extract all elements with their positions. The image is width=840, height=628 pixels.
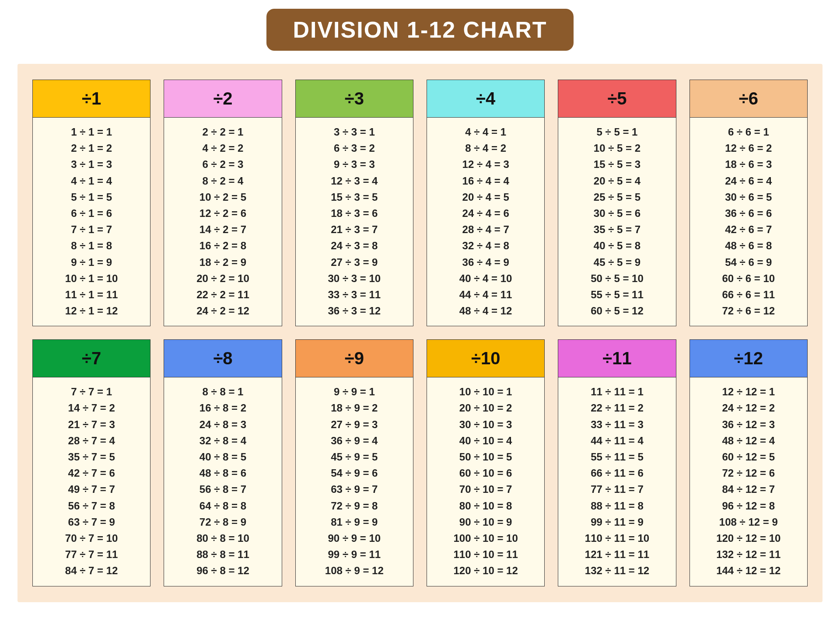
division-card-4: ÷44 ÷ 4 = 18 ÷ 4 = 212 ÷ 4 = 316 ÷ 4 = 4… <box>427 80 545 326</box>
division-equation: 32 ÷ 8 = 4 <box>164 433 281 449</box>
division-card-5: ÷55 ÷ 5 = 110 ÷ 5 = 215 ÷ 5 = 320 ÷ 5 = … <box>558 80 676 326</box>
division-equation: 132 ÷ 12 = 11 <box>690 546 807 562</box>
division-equation: 45 ÷ 9 = 5 <box>296 449 413 465</box>
division-equation: 11 ÷ 11 = 1 <box>558 384 676 400</box>
division-equation: 11 ÷ 1 = 11 <box>33 286 150 303</box>
division-equation: 16 ÷ 2 = 8 <box>164 237 281 254</box>
division-card-header: ÷8 <box>164 340 281 377</box>
chart-grid: ÷11 ÷ 1 = 12 ÷ 1 = 23 ÷ 1 = 34 ÷ 1 = 45 … <box>32 80 808 586</box>
division-equation: 22 ÷ 11 = 2 <box>558 400 676 416</box>
division-equation: 72 ÷ 9 = 8 <box>296 498 413 514</box>
division-equation: 27 ÷ 9 = 3 <box>296 416 413 433</box>
division-equation: 12 ÷ 2 = 6 <box>164 205 281 221</box>
division-card-8: ÷88 ÷ 8 = 116 ÷ 8 = 224 ÷ 8 = 332 ÷ 8 = … <box>164 339 282 586</box>
division-equation: 18 ÷ 3 = 6 <box>296 205 413 221</box>
division-equation: 16 ÷ 8 = 2 <box>164 400 281 416</box>
division-equation: 20 ÷ 2 = 10 <box>164 270 281 286</box>
division-equation: 8 ÷ 8 = 1 <box>164 384 281 400</box>
division-card-body: 11 ÷ 11 = 122 ÷ 11 = 233 ÷ 11 = 344 ÷ 11… <box>558 377 676 586</box>
division-equation: 54 ÷ 6 = 9 <box>690 254 807 270</box>
division-equation: 77 ÷ 11 = 7 <box>558 481 676 497</box>
division-equation: 40 ÷ 5 = 8 <box>558 237 676 254</box>
division-equation: 110 ÷ 11 = 10 <box>558 530 676 546</box>
division-equation: 22 ÷ 2 = 11 <box>164 286 281 303</box>
division-equation: 14 ÷ 2 = 7 <box>164 221 281 237</box>
division-card-11: ÷1111 ÷ 11 = 122 ÷ 11 = 233 ÷ 11 = 344 ÷… <box>558 339 676 586</box>
division-equation: 1 ÷ 1 = 1 <box>33 124 150 140</box>
division-equation: 24 ÷ 3 = 8 <box>296 237 413 254</box>
division-card-header: ÷1 <box>33 80 150 118</box>
division-equation: 20 ÷ 4 = 5 <box>427 189 544 205</box>
division-equation: 42 ÷ 6 = 7 <box>690 221 807 237</box>
division-equation: 33 ÷ 3 = 11 <box>296 286 413 303</box>
division-equation: 30 ÷ 3 = 10 <box>296 270 413 286</box>
division-equation: 4 ÷ 4 = 1 <box>427 124 544 140</box>
division-equation: 81 ÷ 9 = 9 <box>296 514 413 530</box>
division-equation: 36 ÷ 3 = 12 <box>296 303 413 319</box>
division-card-body: 7 ÷ 7 = 114 ÷ 7 = 221 ÷ 7 = 328 ÷ 7 = 43… <box>33 377 150 586</box>
division-card-body: 1 ÷ 1 = 12 ÷ 1 = 23 ÷ 1 = 34 ÷ 1 = 45 ÷ … <box>33 118 150 326</box>
division-equation: 99 ÷ 11 = 9 <box>558 514 676 530</box>
division-card-header: ÷7 <box>33 340 150 377</box>
division-equation: 9 ÷ 3 = 3 <box>296 156 413 172</box>
division-equation: 80 ÷ 8 = 10 <box>164 530 281 546</box>
division-card-header: ÷5 <box>558 80 676 118</box>
division-equation: 12 ÷ 3 = 4 <box>296 173 413 189</box>
division-card-header: ÷12 <box>690 340 807 377</box>
division-equation: 36 ÷ 9 = 4 <box>296 433 413 449</box>
division-equation: 24 ÷ 2 = 12 <box>164 303 281 319</box>
division-equation: 42 ÷ 7 = 6 <box>33 465 150 481</box>
division-equation: 36 ÷ 4 = 9 <box>427 254 544 270</box>
division-card-body: 10 ÷ 10 = 120 ÷ 10 = 230 ÷ 10 = 340 ÷ 10… <box>427 377 544 586</box>
division-equation: 6 ÷ 3 = 2 <box>296 140 413 156</box>
division-equation: 60 ÷ 5 = 12 <box>558 303 676 319</box>
division-equation: 72 ÷ 12 = 6 <box>690 465 807 481</box>
division-equation: 5 ÷ 1 = 5 <box>33 189 150 205</box>
division-equation: 12 ÷ 6 = 2 <box>690 140 807 156</box>
division-equation: 28 ÷ 4 = 7 <box>427 221 544 237</box>
division-equation: 20 ÷ 5 = 4 <box>558 173 676 189</box>
division-equation: 88 ÷ 11 = 8 <box>558 498 676 514</box>
division-card-header: ÷9 <box>296 340 413 377</box>
division-equation: 120 ÷ 12 = 10 <box>690 530 807 546</box>
division-equation: 16 ÷ 4 = 4 <box>427 173 544 189</box>
division-equation: 49 ÷ 7 = 7 <box>33 481 150 497</box>
division-equation: 18 ÷ 2 = 9 <box>164 254 281 270</box>
division-equation: 70 ÷ 10 = 7 <box>427 481 544 497</box>
chart-title: DIVISION 1-12 CHART <box>266 9 573 51</box>
division-equation: 10 ÷ 10 = 1 <box>427 384 544 400</box>
division-equation: 48 ÷ 6 = 8 <box>690 237 807 254</box>
division-equation: 4 ÷ 1 = 4 <box>33 173 150 189</box>
division-equation: 20 ÷ 10 = 2 <box>427 400 544 416</box>
division-equation: 25 ÷ 5 = 5 <box>558 189 676 205</box>
division-equation: 56 ÷ 7 = 8 <box>33 498 150 514</box>
division-equation: 90 ÷ 10 = 9 <box>427 514 544 530</box>
division-equation: 99 ÷ 9 = 11 <box>296 546 413 562</box>
division-equation: 48 ÷ 4 = 12 <box>427 303 544 319</box>
division-card-body: 9 ÷ 9 = 118 ÷ 9 = 227 ÷ 9 = 336 ÷ 9 = 44… <box>296 377 413 586</box>
division-equation: 55 ÷ 11 = 5 <box>558 449 676 465</box>
division-card-body: 2 ÷ 2 = 14 ÷ 2 = 26 ÷ 2 = 38 ÷ 2 = 410 ÷… <box>164 118 281 326</box>
division-equation: 77 ÷ 7 = 11 <box>33 546 150 562</box>
division-equation: 2 ÷ 2 = 1 <box>164 124 281 140</box>
division-equation: 40 ÷ 4 = 10 <box>427 270 544 286</box>
division-equation: 8 ÷ 2 = 4 <box>164 173 281 189</box>
division-card-6: ÷66 ÷ 6 = 112 ÷ 6 = 218 ÷ 6 = 324 ÷ 6 = … <box>690 80 808 326</box>
division-equation: 18 ÷ 6 = 3 <box>690 156 807 172</box>
division-equation: 21 ÷ 3 = 7 <box>296 221 413 237</box>
division-equation: 7 ÷ 7 = 1 <box>33 384 150 400</box>
division-card-header: ÷10 <box>427 340 544 377</box>
division-equation: 15 ÷ 5 = 3 <box>558 156 676 172</box>
division-equation: 30 ÷ 6 = 5 <box>690 189 807 205</box>
division-equation: 72 ÷ 8 = 9 <box>164 514 281 530</box>
division-card-body: 3 ÷ 3 = 16 ÷ 3 = 29 ÷ 3 = 312 ÷ 3 = 415 … <box>296 118 413 326</box>
division-card-2: ÷22 ÷ 2 = 14 ÷ 2 = 26 ÷ 2 = 38 ÷ 2 = 410… <box>164 80 282 326</box>
division-equation: 55 ÷ 5 = 11 <box>558 286 676 303</box>
division-equation: 54 ÷ 9 = 6 <box>296 465 413 481</box>
division-card-header: ÷4 <box>427 80 544 118</box>
division-card-header: ÷2 <box>164 80 281 118</box>
division-card-body: 4 ÷ 4 = 18 ÷ 4 = 212 ÷ 4 = 316 ÷ 4 = 420… <box>427 118 544 326</box>
division-equation: 56 ÷ 8 = 7 <box>164 481 281 497</box>
division-card-7: ÷77 ÷ 7 = 114 ÷ 7 = 221 ÷ 7 = 328 ÷ 7 = … <box>32 339 150 586</box>
division-equation: 24 ÷ 12 = 2 <box>690 400 807 416</box>
